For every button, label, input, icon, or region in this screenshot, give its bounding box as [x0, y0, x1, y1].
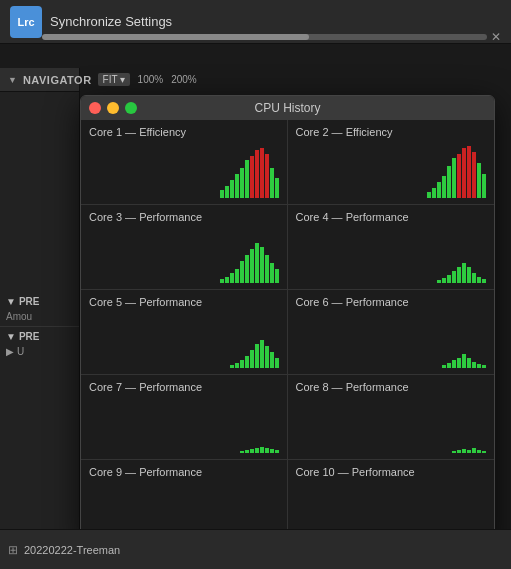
bar — [452, 451, 456, 453]
bar — [442, 278, 446, 283]
bar — [240, 168, 244, 198]
core6-chart — [442, 313, 486, 368]
zoom-200[interactable]: 200% — [171, 74, 197, 85]
left-sidebar: ▼ Navigator FIT ▾ 100% 200% ▼ Pre Amou ▼… — [0, 68, 80, 569]
bar — [235, 363, 239, 368]
bar — [437, 280, 441, 283]
presets-triangle[interactable]: ▼ — [6, 296, 16, 307]
bar — [482, 279, 486, 283]
lrc-logo: Lrc — [10, 6, 42, 38]
pre-triangle[interactable]: ▼ — [6, 331, 16, 342]
bar — [250, 249, 254, 283]
cpu-cell-core5: Core 5 — Performance — [81, 290, 288, 375]
cpu-cell-core2: Core 2 — Efficiency — [288, 120, 495, 205]
bar — [275, 450, 279, 453]
bar — [255, 150, 259, 198]
navigator-controls: FIT ▾ 100% 200% — [98, 73, 197, 86]
bar — [270, 168, 274, 198]
cpu-cell-core7: Core 7 — Performance — [81, 375, 288, 460]
sidebar-list-item[interactable]: ▶ U — [6, 346, 73, 357]
bar — [472, 362, 476, 368]
fit-button[interactable]: FIT ▾ — [98, 73, 130, 86]
bar — [472, 448, 476, 453]
bar — [255, 243, 259, 283]
file-icon: ⊞ — [8, 543, 18, 557]
pre-header: ▼ Pre — [6, 331, 73, 342]
bar — [250, 449, 254, 453]
bar — [255, 448, 259, 453]
bar — [462, 449, 466, 453]
bar — [442, 365, 446, 368]
bar — [457, 267, 461, 283]
bar — [235, 174, 239, 198]
bar — [437, 182, 441, 198]
bar — [467, 450, 471, 453]
bar — [467, 267, 471, 283]
zoom-100[interactable]: 100% — [138, 74, 164, 85]
navigator-header: ▼ Navigator FIT ▾ 100% 200% — [0, 68, 79, 92]
core5-chart — [230, 313, 279, 368]
bar — [482, 174, 486, 198]
window-minimize-button[interactable] — [107, 102, 119, 114]
cpu-cell-core1: Core 1 — Efficiency — [81, 120, 288, 205]
progress-fill — [42, 34, 309, 40]
bar — [457, 154, 461, 198]
bar — [240, 261, 244, 283]
bar — [245, 450, 249, 453]
bar — [462, 263, 466, 283]
file-bar: ⊞ 20220222-Treeman — [0, 529, 511, 569]
navigator-label: Navigator — [23, 74, 92, 86]
presets-area: ▼ Pre Amou — [0, 292, 79, 327]
title-bar: Lrc Synchronize Settings ✕ — [0, 0, 511, 44]
window-title: Synchronize Settings — [50, 14, 501, 29]
bar — [457, 358, 461, 368]
bar — [250, 156, 254, 198]
core3-chart — [220, 228, 279, 283]
core6-label: Core 6 — Performance — [296, 296, 487, 308]
bar — [230, 180, 234, 198]
bar — [467, 358, 471, 368]
bar — [265, 448, 269, 453]
cpu-title-bar: CPU History — [81, 96, 494, 120]
bar — [265, 154, 269, 198]
bar — [442, 176, 446, 198]
bar — [447, 275, 451, 283]
bar — [275, 358, 279, 368]
core5-label: Core 5 — Performance — [89, 296, 279, 308]
cpu-cell-core4: Core 4 — Performance — [288, 205, 495, 290]
bar — [275, 269, 279, 283]
bar — [482, 451, 486, 453]
bar — [452, 360, 456, 368]
bar — [477, 450, 481, 453]
window-maximize-button[interactable] — [125, 102, 137, 114]
pre-section: ▼ Pre ▶ U — [0, 327, 79, 361]
progress-track — [42, 34, 487, 40]
core1-label: Core 1 — Efficiency — [89, 126, 279, 138]
core4-label: Core 4 — Performance — [296, 211, 487, 223]
progress-close-button[interactable]: ✕ — [491, 30, 501, 44]
bar — [270, 449, 274, 453]
core2-label: Core 2 — Efficiency — [296, 126, 487, 138]
bar — [462, 148, 466, 198]
bar — [270, 352, 274, 368]
bar — [235, 269, 239, 283]
navigator-collapse-icon[interactable]: ▼ — [8, 75, 17, 85]
presets-header: ▼ Pre — [6, 296, 73, 307]
amount-label: Amou — [6, 311, 73, 322]
bar — [472, 273, 476, 283]
bar — [225, 186, 229, 198]
bar — [472, 152, 476, 198]
cpu-history-window: CPU History Core 1 — Efficiency — [80, 95, 495, 546]
bar — [240, 451, 244, 453]
bar — [427, 192, 431, 198]
cpu-cell-core3: Core 3 — Performance — [81, 205, 288, 290]
bar — [265, 346, 269, 368]
file-info: 20220222-Treeman — [24, 544, 120, 556]
bar — [265, 255, 269, 283]
core4-chart — [437, 228, 486, 283]
bar — [482, 365, 486, 368]
bar — [447, 363, 451, 368]
bar — [245, 160, 249, 198]
bar — [250, 350, 254, 368]
window-close-button[interactable] — [89, 102, 101, 114]
